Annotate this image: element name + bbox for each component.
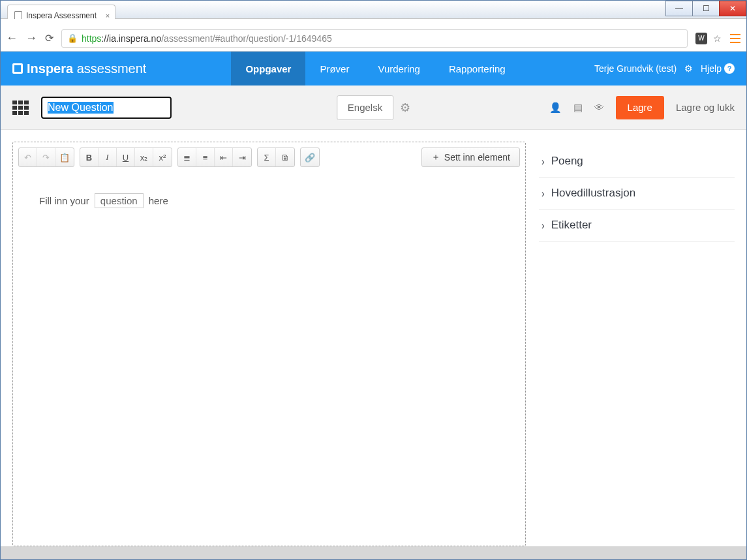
settings-icon[interactable]: ⚙ (684, 63, 693, 74)
help-link[interactable]: Hjelp ? (701, 63, 735, 74)
brand-logo[interactable]: Inspera assessment (12, 61, 146, 76)
apps-grid-icon[interactable] (12, 101, 29, 115)
bookmark-icon[interactable]: ☆ (711, 33, 723, 44)
window-close-button[interactable]: ✕ (719, 1, 746, 16)
placeholder-pre: Fill inn your (39, 195, 92, 206)
sidebar-item-hovedillustrasjon[interactable]: › Hovedillustrasjon (539, 178, 735, 210)
insert-element-label: Sett inn element (444, 152, 510, 163)
sidebar-item-poeng[interactable]: › Poeng (539, 146, 735, 178)
link-button[interactable]: 🔗 (301, 148, 319, 166)
question-token[interactable]: question (95, 193, 144, 208)
nav-item-oppgaver[interactable]: Oppgaver (231, 52, 305, 86)
editor-canvas[interactable]: Fill inn your question here (18, 175, 520, 540)
url-host: ://ia.inspera.no (101, 33, 161, 44)
back-button[interactable]: ← (6, 31, 18, 45)
forward-button[interactable]: → (25, 31, 37, 45)
redo-button[interactable]: ↷ (37, 148, 55, 166)
list-icon[interactable]: ▤ (573, 102, 583, 114)
question-settings-icon[interactable]: ⚙ (400, 101, 410, 115)
save-button[interactable]: Lagre (616, 96, 664, 119)
outdent-button[interactable]: ⇤ (215, 148, 233, 166)
preview-icon[interactable]: 👁 (594, 102, 604, 113)
lock-icon: 🔒 (67, 33, 78, 43)
content-area: ↶ ↷ 📋 B I U x₂ x² ≣ ≡ ⇤ ⇥ (1, 130, 746, 546)
rich-text-toolbar: ↶ ↷ 📋 B I U x₂ x² ≣ ≡ ⇤ ⇥ (18, 148, 520, 167)
window-minimize-button[interactable]: — (665, 1, 693, 16)
url-protocol: https (82, 33, 101, 44)
nav-item-prover[interactable]: Prøver (305, 52, 363, 86)
insert-element-button[interactable]: ＋ Sett inn element (421, 148, 520, 167)
user-icon[interactable]: 👤 (549, 102, 562, 114)
placeholder-post: here (146, 195, 168, 206)
undo-button[interactable]: ↶ (19, 148, 37, 166)
brand-icon (12, 63, 23, 74)
equation-button[interactable]: Σ (258, 148, 276, 166)
sidebar-item-etiketter[interactable]: › Etiketter (539, 210, 735, 241)
browser-menu-button[interactable] (729, 33, 741, 44)
ordered-list-button[interactable]: ≣ (178, 148, 196, 166)
italic-button[interactable]: I (99, 148, 117, 166)
browser-toolbar: ← → ⟳ 🔒 https ://ia.inspera.no /assessme… (1, 25, 746, 52)
underline-button[interactable]: U (117, 148, 135, 166)
window-titlebar: — ☐ ✕ Inspera Assessment × (1, 1, 746, 19)
save-and-close-link[interactable]: Lagre og lukk (676, 102, 735, 113)
app-navbar: Inspera assessment Oppgaver Prøver Vurde… (1, 52, 746, 86)
chevron-right-icon: › (541, 219, 545, 231)
url-path: /assessment/#author/question/-1/1649465 (161, 33, 332, 44)
window-maximize-button[interactable]: ☐ (692, 1, 720, 16)
tab-close-icon[interactable]: × (106, 12, 110, 20)
properties-sidebar: › Poeng › Hovedillustrasjon › Etiketter (539, 142, 735, 546)
sidebar-label: Hovedillustrasjon (551, 187, 635, 200)
brand-bold: Inspera (27, 61, 73, 76)
extension-icon[interactable]: W (695, 33, 707, 44)
status-bar (1, 546, 746, 559)
page-button[interactable]: 🗎 (276, 148, 294, 166)
language-button[interactable]: Engelsk (337, 95, 393, 120)
nav-item-rapportering[interactable]: Rapportering (434, 52, 520, 86)
help-label: Hjelp (701, 63, 722, 74)
question-title-input[interactable] (41, 97, 172, 119)
paste-button[interactable]: 📋 (55, 148, 74, 166)
indent-button[interactable]: ⇥ (233, 148, 251, 166)
bold-button[interactable]: B (80, 148, 99, 166)
superscript-button[interactable]: x² (153, 148, 172, 166)
reload-button[interactable]: ⟳ (45, 32, 53, 44)
editor-panel: ↶ ↷ 📋 B I U x₂ x² ≣ ≡ ⇤ ⇥ (12, 142, 526, 546)
brand-light: assessment (73, 61, 146, 76)
subscript-button[interactable]: x₂ (135, 148, 153, 166)
chevron-right-icon: › (541, 155, 545, 167)
unordered-list-button[interactable]: ≡ (196, 148, 215, 166)
help-icon: ? (724, 63, 735, 74)
chevron-right-icon: › (541, 187, 545, 199)
sub-toolbar: Engelsk ⚙ 👤 ▤ 👁 Lagre Lagre og lukk (1, 86, 746, 130)
user-name[interactable]: Terje Grundvik (test) (594, 63, 677, 74)
address-bar[interactable]: 🔒 https ://ia.inspera.no /assessment/#au… (61, 29, 688, 48)
sidebar-label: Poeng (551, 155, 583, 168)
sidebar-label: Etiketter (551, 219, 592, 232)
nav-item-vurdering[interactable]: Vurdering (363, 52, 434, 86)
plus-icon: ＋ (431, 151, 440, 163)
